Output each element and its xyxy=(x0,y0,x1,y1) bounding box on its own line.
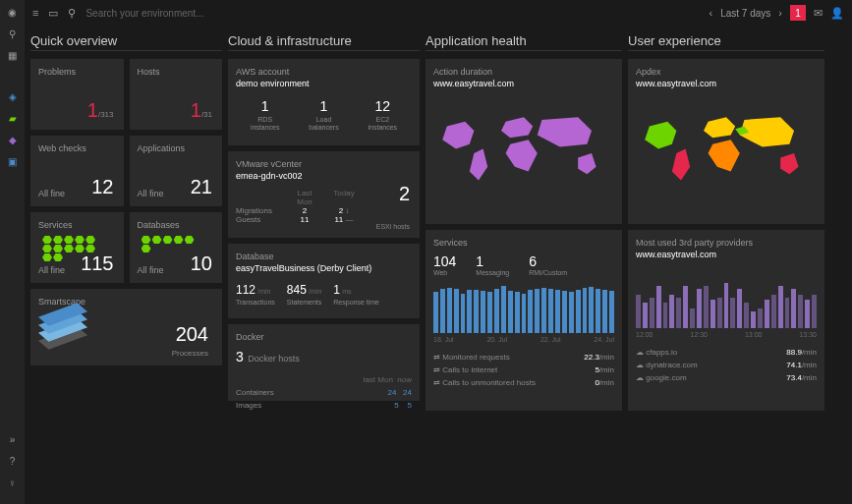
apps-tile[interactable]: Applications All fine 21 xyxy=(130,136,223,206)
section-ux: User experience xyxy=(628,31,824,51)
user-icon[interactable]: 👤 xyxy=(830,7,844,20)
topbar: ≡ ▭ ⚲ Search your environment... ‹ Last … xyxy=(25,0,852,26)
grid-icon[interactable]: ▦ xyxy=(7,49,19,61)
problems-tile[interactable]: Problems 1/313 xyxy=(30,59,124,130)
action-tile[interactable]: Action duration www.easytravel.com xyxy=(426,59,622,224)
world-map-colored xyxy=(636,94,817,212)
vmware-tile[interactable]: VMware vCenter emea-gdn-vc002 Last MonTo… xyxy=(228,151,420,238)
next-icon[interactable]: › xyxy=(778,7,782,19)
apdex-tile[interactable]: Apdex www.easytravel.com xyxy=(628,59,824,224)
services-chart-tile[interactable]: Services 104Web 1Messaging 6RMI/Custom 1… xyxy=(426,230,622,411)
docker-tile[interactable]: Docker 3 Docker hosts last Mon now Conta… xyxy=(228,324,420,401)
services-tile[interactable]: Services All fine 115 xyxy=(30,212,124,283)
nav-icon-1[interactable]: ◈ xyxy=(7,90,19,102)
menu-icon[interactable]: ≡ xyxy=(32,7,38,19)
smartscape-tile[interactable]: Smartscape 204 Processes xyxy=(30,289,222,365)
aws-tile[interactable]: AWS account demo environment 1RDSinstanc… xyxy=(228,59,420,145)
timeframe-label[interactable]: Last 7 days xyxy=(720,8,770,19)
nav-icon-2[interactable]: ▰ xyxy=(7,112,19,124)
webchecks-tile[interactable]: Web checks All fine 12 xyxy=(30,136,124,206)
main: ≡ ▭ ⚲ Search your environment... ‹ Last … xyxy=(25,0,852,504)
user-nav-icon[interactable]: ♀ xyxy=(7,476,19,488)
hosts-tile[interactable]: Hosts 1/31 xyxy=(130,59,223,130)
expand-icon[interactable]: » xyxy=(7,433,19,445)
section-health: Application health xyxy=(426,31,622,51)
alert-badge[interactable]: 1 xyxy=(790,5,806,21)
prev-icon[interactable]: ‹ xyxy=(710,7,713,19)
providers-tile[interactable]: Most used 3rd party providers www.easytr… xyxy=(628,230,824,411)
nav-icon-4[interactable]: ▣ xyxy=(7,155,19,167)
databases-tile[interactable]: Databases All fine 10 xyxy=(130,212,223,283)
nav-icon-3[interactable]: ◆ xyxy=(7,134,19,145)
database-tile[interactable]: Database easyTravelBusiness (Derby Clien… xyxy=(228,244,420,318)
section-quick: Quick overview xyxy=(30,31,222,51)
logo-icon[interactable]: ◉ xyxy=(7,6,19,18)
search-top-icon[interactable]: ⚲ xyxy=(68,7,76,20)
search-input[interactable]: Search your environment... xyxy=(85,8,699,19)
notif-icon[interactable]: ✉ xyxy=(814,7,823,20)
world-map-purple xyxy=(433,94,614,212)
help-icon[interactable]: ? xyxy=(7,455,19,467)
section-cloud: Cloud & infrastructure xyxy=(228,31,420,51)
chat-icon[interactable]: ▭ xyxy=(48,7,58,20)
search-icon[interactable]: ⚲ xyxy=(7,28,19,39)
providers-bars xyxy=(636,279,817,328)
sidebar: ◉ ⚲ ▦ ◈ ▰ ◆ ▣ » ? ♀ xyxy=(0,0,25,504)
services-bars xyxy=(433,284,614,333)
content: Quick overview Problems 1/313 Hosts 1/31… xyxy=(25,26,852,504)
